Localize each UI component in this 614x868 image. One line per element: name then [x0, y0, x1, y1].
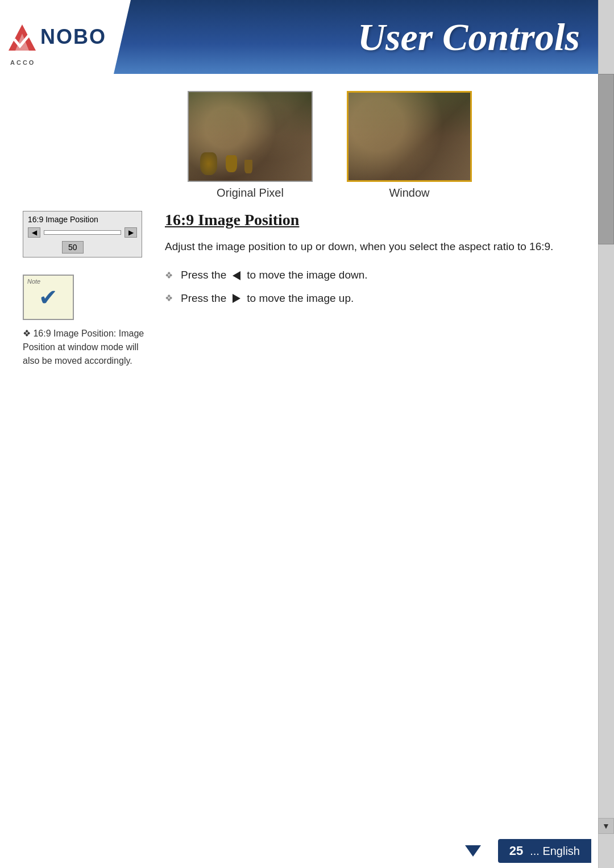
bullet-1-prefix: Press the [181, 267, 226, 284]
slider-value: 50 [62, 241, 84, 254]
main-content: Original Pixel Window 16:9 Image Positio… [0, 74, 614, 385]
slider-track[interactable] [44, 230, 121, 235]
right-arrow-icon-2 [233, 294, 240, 303]
section-row: 16:9 Image Position ◀ ▶ 50 Note ✔ ❖ 16:9… [23, 211, 580, 368]
bullet-1-suffix: to move the image down. [247, 267, 367, 284]
window-image [347, 91, 472, 182]
bullet-2-suffix: to move the image up. [247, 290, 354, 307]
right-panel: 16:9 Image Position Adjust the image pos… [165, 211, 580, 368]
brand-sub: ACCO [10, 59, 35, 66]
bullet-item-2: ❖ Press the to move the image up. [165, 290, 580, 307]
scroll-arrow-down[interactable]: ▼ [598, 818, 614, 834]
checkmark-icon: ✔ [39, 284, 58, 310]
page-badge: 25 ... English [498, 839, 591, 863]
logo-area: NOBO ACCO [0, 0, 114, 74]
description-text: Adjust the image position to up or down,… [165, 238, 580, 255]
control-box-title: 16:9 Image Position [28, 215, 137, 224]
left-arrow-icon-1 [233, 271, 240, 280]
left-panel: 16:9 Image Position ◀ ▶ 50 Note ✔ ❖ 16:9… [23, 211, 148, 368]
footer: 25 ... English [0, 834, 614, 868]
logo: NOBO [7, 22, 106, 52]
logo-icon [7, 22, 37, 52]
bullet-list: ❖ Press the to move the image down. ❖ Pr… [165, 267, 580, 307]
note-box: Note ✔ [23, 275, 74, 320]
page-number: 25 [509, 844, 523, 858]
page-title: User Controls [114, 15, 614, 60]
control-box: 16:9 Image Position ◀ ▶ 50 [23, 211, 142, 258]
slider-row: ◀ ▶ [28, 227, 137, 238]
slider-left-btn[interactable]: ◀ [28, 227, 40, 238]
image-original-pixel: Original Pixel [188, 91, 313, 200]
original-pixel-image [188, 91, 313, 182]
original-pixel-label: Original Pixel [217, 186, 284, 200]
diamond-bullet-1: ❖ [165, 268, 173, 283]
window-label: Window [389, 186, 429, 200]
page-header: NOBO ACCO User Controls [0, 0, 614, 74]
footer-arrow-icon [465, 845, 481, 857]
diamond-bullet-2: ❖ [165, 291, 173, 306]
section-heading: 16:9 Image Position [165, 211, 580, 229]
bullet-item-1: ❖ Press the to move the image down. [165, 267, 580, 284]
page-language: ... English [530, 845, 580, 858]
note-label: Note [27, 278, 40, 285]
slider-right-btn[interactable]: ▶ [125, 227, 137, 238]
image-window: Window [347, 91, 472, 200]
brand-name: NOBO [40, 25, 106, 49]
bullet-2-prefix: Press the [181, 290, 226, 307]
note-text: ❖ 16:9 Image Position: Image Position at… [23, 327, 148, 368]
images-row: Original Pixel Window [80, 91, 580, 200]
